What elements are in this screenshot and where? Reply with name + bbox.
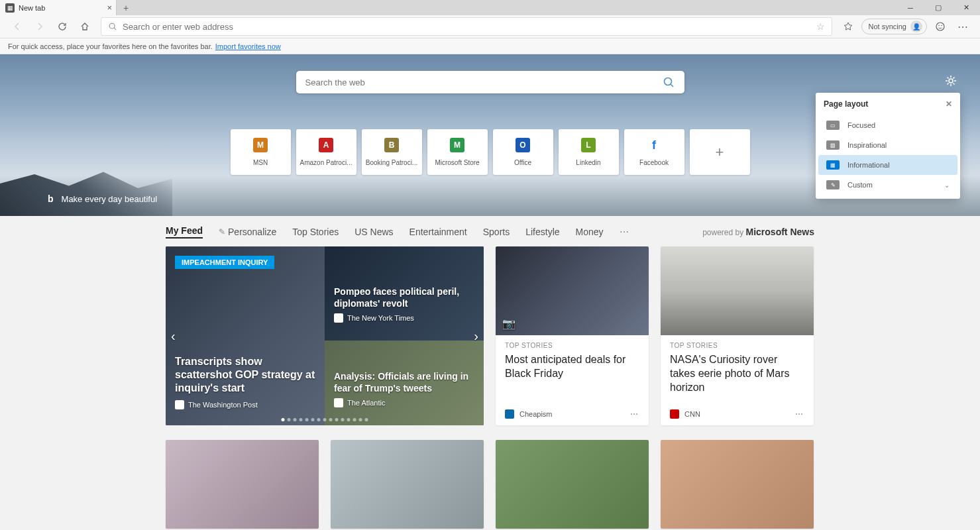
svg-point-2 xyxy=(938,25,940,26)
favorites-hint: For quick access, place your favorites h… xyxy=(8,42,213,50)
toolbar: ☆ Not syncing 👤 ⋯ xyxy=(0,15,980,38)
quicklink-icon: M xyxy=(450,138,464,152)
quicklink-msstore[interactable]: MMicrosoft Store xyxy=(427,129,488,175)
quicklink-icon: M xyxy=(253,138,268,152)
quicklink-label: Amazon Patroci... xyxy=(299,159,354,166)
news-thumbnail[interactable] xyxy=(331,440,484,529)
forward-button[interactable] xyxy=(30,17,49,36)
nav-item-topstories[interactable]: Top Stories xyxy=(292,227,339,237)
svg-point-5 xyxy=(949,79,953,83)
nav-item-usnews[interactable]: US News xyxy=(354,227,393,237)
chevron-down-icon: ⌄ xyxy=(944,182,950,189)
source: The New York Times xyxy=(334,313,474,323)
card-title: NASA's Curiosity rover takes eerie photo… xyxy=(670,353,804,394)
bing-logo-icon: b xyxy=(48,193,54,204)
panel-close-button[interactable]: ✕ xyxy=(946,99,952,109)
card-more-button[interactable]: ⋯ xyxy=(630,409,639,419)
close-tab-button[interactable]: × xyxy=(107,3,112,13)
layout-icon: ✎ xyxy=(826,180,840,189)
svg-point-1 xyxy=(936,23,944,30)
page-layout-panel: Page layout ✕ ▭Focused ▧Inspirational ▦I… xyxy=(816,93,960,199)
hero-main-story[interactable]: Transcripts show scattershot GOP strateg… xyxy=(175,355,318,409)
favorites-bar: For quick access, place your favorites h… xyxy=(0,38,980,54)
headline: Pompeo faces political peril, diplomats'… xyxy=(334,286,474,309)
source-icon xyxy=(334,313,343,323)
carousel-prev-button[interactable]: ‹ xyxy=(171,329,176,344)
headline: Analysis: Officials are living in fear o… xyxy=(334,371,474,394)
quicklink-label: Microsoft Store xyxy=(430,159,485,166)
news-thumbnail[interactable] xyxy=(661,440,814,529)
bing-promo[interactable]: b Make every day beautiful xyxy=(48,193,157,204)
import-favorites-link[interactable]: Import favorites now xyxy=(215,42,281,50)
hero-side-story-2[interactable]: Analysis: Officials are living in fear o… xyxy=(325,341,484,425)
favorite-star-icon[interactable]: ☆ xyxy=(816,21,825,32)
source: The Atlantic xyxy=(334,398,474,407)
nav-item-entertainment[interactable]: Entertainment xyxy=(409,227,467,237)
quicklink-icon: L xyxy=(581,138,596,152)
quicklink-office[interactable]: OOffice xyxy=(493,129,553,175)
panel-title: Page layout xyxy=(824,99,868,109)
quicklink-label: Facebook xyxy=(627,159,682,166)
home-button[interactable] xyxy=(76,17,94,36)
nav-item-sports[interactable]: Sports xyxy=(483,227,510,237)
quicklink-linkedin[interactable]: LLinkedin xyxy=(559,129,619,175)
feed-nav: My Feed ✎Personalize Top Stories US News… xyxy=(0,216,980,244)
feedback-button[interactable] xyxy=(931,17,950,36)
quicklink-label: Linkedin xyxy=(561,159,616,166)
card-image: 📷 xyxy=(496,246,649,335)
settings-menu-button[interactable]: ⋯ xyxy=(953,17,972,36)
hero-side-stories: Pompeo faces political peril, diplomats'… xyxy=(325,246,484,425)
feed-row-2 xyxy=(0,440,980,529)
web-search-input[interactable] xyxy=(305,78,662,87)
source: The Washington Post xyxy=(175,400,318,409)
address-input[interactable] xyxy=(123,22,816,32)
nav-item-money[interactable]: Money xyxy=(576,227,604,237)
minimize-button[interactable]: ─ xyxy=(897,0,924,15)
page-settings-button[interactable] xyxy=(944,74,957,87)
browser-tab[interactable]: ▦ New tab × xyxy=(0,0,117,15)
favorites-button[interactable] xyxy=(839,17,857,36)
back-button[interactable] xyxy=(8,17,27,36)
nav-item-lifestyle[interactable]: Lifestyle xyxy=(525,227,559,237)
news-tag: IMPEACHMENT INQUIRY xyxy=(175,256,274,269)
svg-point-0 xyxy=(109,23,115,28)
carousel-pager[interactable] xyxy=(282,418,368,421)
new-tab-button[interactable]: + xyxy=(117,0,135,15)
refresh-button[interactable] xyxy=(53,17,72,36)
layout-option-focused[interactable]: ▭Focused xyxy=(818,115,957,135)
quicklink-label: Booking Patroci... xyxy=(364,159,419,166)
news-card-blackfriday[interactable]: 📷 TOP STORIES Most anticipated deals for… xyxy=(496,246,649,425)
maximize-button[interactable]: ▢ xyxy=(924,0,952,15)
card-category: TOP STORIES xyxy=(505,342,639,349)
news-card-mars[interactable]: TOP STORIES NASA's Curiosity rover takes… xyxy=(661,246,814,425)
quicklink-booking[interactable]: BBooking Patroci... xyxy=(362,129,422,175)
carousel-next-button[interactable]: › xyxy=(474,329,478,344)
close-window-button[interactable]: ✕ xyxy=(952,0,980,15)
address-bar[interactable]: ☆ xyxy=(101,17,832,36)
layout-option-custom[interactable]: ✎Custom⌄ xyxy=(818,175,957,195)
quicklink-amazon[interactable]: AAmazon Patroci... xyxy=(296,129,356,175)
quicklink-facebook[interactable]: fFacebook xyxy=(624,129,684,175)
camera-icon: 📷 xyxy=(502,317,516,330)
source-icon xyxy=(505,409,514,419)
web-search-box[interactable] xyxy=(296,71,684,93)
titlebar: ▦ New tab × + ─ ▢ ✕ xyxy=(0,0,980,15)
layout-option-informational[interactable]: ▦Informational xyxy=(818,155,957,175)
quicklink-msn[interactable]: MMSN xyxy=(231,129,291,175)
news-thumbnail[interactable] xyxy=(496,440,649,529)
quicklink-icon: f xyxy=(647,138,661,152)
quicklink-label: Office xyxy=(496,159,551,166)
card-more-button[interactable]: ⋯ xyxy=(795,409,804,419)
news-thumbnail[interactable] xyxy=(166,440,319,529)
nav-item-myfeed[interactable]: My Feed xyxy=(166,225,203,238)
hero-side-story-1[interactable]: Pompeo faces political peril, diplomats'… xyxy=(325,246,484,341)
search-submit-icon[interactable] xyxy=(662,76,675,89)
layout-option-inspirational[interactable]: ▧Inspirational xyxy=(818,135,957,155)
hero-news-card[interactable]: IMPEACHMENT INQUIRY ‹ › Transcripts show… xyxy=(166,246,484,425)
nav-more-button[interactable]: ⋯ xyxy=(620,227,629,237)
sync-profile-button[interactable]: Not syncing 👤 xyxy=(861,19,927,34)
card-title: Most anticipated deals for Black Friday xyxy=(505,353,639,381)
nav-item-personalize[interactable]: ✎Personalize xyxy=(219,227,276,237)
quicklink-add-button[interactable]: + xyxy=(690,129,750,175)
svg-point-4 xyxy=(664,78,671,85)
